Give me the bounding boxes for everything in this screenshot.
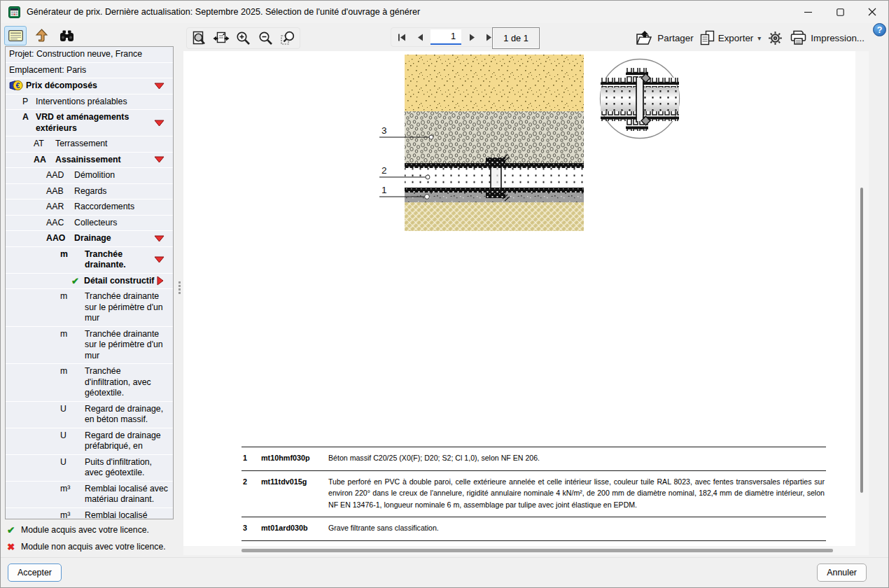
decomposed-price-icon: € (9, 80, 23, 91)
accept-button[interactable]: Accepter (8, 564, 62, 582)
minimize-button[interactable] (792, 1, 824, 23)
license-legend: ✔ Module acquis avec votre licence. ✖ Mo… (7, 522, 166, 555)
tree-item-code: U (60, 430, 85, 442)
tree-item-puits-infiltration[interactable]: U Puits d'infiltration, avec géotextile. (6, 455, 173, 482)
maximize-button[interactable] (824, 1, 856, 23)
tree-item-assainissement[interactable]: AA Assainissement (6, 153, 173, 169)
pipe-joint-detail-circle (595, 57, 686, 142)
expand-arrow-icon[interactable] (154, 256, 164, 263)
tree-item-label: Détail constructif (84, 276, 154, 287)
previous-page-button[interactable] (412, 29, 428, 46)
print-button[interactable]: Impression... (790, 30, 864, 46)
left-toolbar (4, 26, 77, 46)
legend-not-acquired: ✖ Module non acquis avec votre licence. (7, 538, 166, 555)
work-unit-tree: Projet: Construction neuve, France Empla… (5, 46, 174, 519)
tree-item-raccordements[interactable]: AAR Raccordements (6, 200, 173, 216)
tree-item-remblai-1[interactable]: m³ Remblai localisé avec matériau draina… (6, 482, 173, 508)
first-page-button[interactable] (394, 29, 410, 46)
fit-width-button[interactable] (211, 29, 230, 48)
zoom-page-icon (191, 31, 206, 46)
print-label: Impression... (811, 33, 864, 43)
tree-item-vrd-amenagements[interactable]: A VRD et aménagements extérieurs (6, 110, 173, 136)
tree-item-code: A (22, 112, 36, 123)
legend-acquired-label: Module acquis avec votre licence. (21, 525, 149, 535)
binoculars-icon (59, 30, 74, 42)
tree-item-label: Tranchée drainante sur le périmètre d'un… (85, 329, 170, 362)
tree-item-code: AAD (46, 170, 74, 181)
tree-item-terrassement[interactable]: AT Terrassement (6, 136, 173, 153)
close-button[interactable] (856, 1, 888, 23)
vertical-scrollbar-thumb[interactable] (860, 188, 863, 493)
tree-item-tranchee-drainante[interactable]: m Tranchée drainante. (6, 247, 173, 274)
page-number-input[interactable]: 1 (430, 29, 461, 45)
minimize-icon (804, 8, 812, 16)
tree-item-drainage[interactable]: AAO Drainage (6, 231, 173, 247)
fit-width-icon (213, 31, 230, 46)
legend-acquired: ✔ Module acquis avec votre licence. (7, 522, 166, 538)
expand-arrow-icon[interactable] (154, 120, 164, 127)
panel-splitter-handle[interactable] (178, 281, 181, 297)
tree-item-code: AAR (46, 202, 74, 213)
search-button[interactable] (56, 27, 77, 45)
tree-item-regard-beton[interactable]: U Regard de drainage, en béton massif. (6, 402, 173, 428)
help-button[interactable]: ? (873, 23, 886, 36)
tree-view-button[interactable] (4, 26, 27, 46)
legend-not-acquired-label: Module non acquis avec votre licence. (21, 542, 166, 552)
tree-item-projet[interactable]: Projet: Construction neuve, France (6, 47, 173, 63)
expand-arrow-icon[interactable] (154, 235, 164, 242)
material-code: mt11tdv015g (261, 476, 328, 510)
tree-item-label: Projet: Construction neuve, France (9, 49, 170, 60)
tree-item-label: Remblai localisé (85, 510, 170, 520)
horizontal-scrollbar[interactable] (183, 546, 869, 555)
check-icon: ✔ (7, 524, 21, 536)
next-page-icon (469, 34, 475, 41)
vertical-scrollbar[interactable] (855, 51, 869, 546)
tree-item-code: AA (34, 155, 55, 166)
next-page-button[interactable] (464, 29, 479, 46)
zoom-window-button[interactable] (279, 29, 298, 48)
tree-item-demolition[interactable]: AAD Démolition (6, 168, 173, 184)
material-description: Tube perforé en PVC à double paroi, cell… (328, 476, 826, 510)
cancel-button[interactable]: Annuler (817, 564, 867, 582)
document-page[interactable]: 3 2 1 (183, 51, 855, 546)
tree-item-prix-decomposes[interactable]: € Prix décomposés (6, 78, 173, 94)
tree-item-tranchee-mur-1[interactable]: m Tranchée drainante sur le périmètre d'… (6, 289, 173, 327)
viewer-toolbar: 1 1 de 1 Partager (181, 25, 888, 50)
zoom-in-button[interactable] (234, 29, 253, 48)
export-button[interactable]: Exporter ▾ (700, 30, 762, 46)
tree-item-label: Emplacement: Paris (9, 65, 170, 76)
open-detail-arrow-icon[interactable] (157, 276, 164, 286)
horizontal-scrollbar-thumb[interactable] (241, 549, 833, 552)
tree-item-code: m (60, 366, 85, 377)
tree-item-label: Collecteurs (74, 218, 170, 229)
callout-1-label: 1 (382, 185, 387, 195)
tree-item-label: Tranchée d'infiltration, avec géotextile… (85, 366, 170, 399)
tree-item-interventions-prealables[interactable]: P Interventions préalables (6, 94, 173, 111)
tree-item-label: Regard de drainage, en béton massif. (85, 404, 170, 426)
zoom-out-button[interactable] (256, 29, 275, 48)
share-button[interactable]: Partager (636, 30, 693, 46)
tree-item-tranchee-mur-2[interactable]: m Tranchée drainante sur le périmètre d'… (6, 327, 173, 365)
expand-arrow-icon[interactable] (154, 156, 164, 163)
tree-item-collecteurs[interactable]: AAC Collecteurs (6, 216, 173, 232)
tree-item-code: m (60, 249, 85, 260)
callout-3-label: 3 (382, 125, 387, 136)
maximize-icon (836, 8, 844, 16)
tree-item-emplacement[interactable]: Emplacement: Paris (6, 63, 173, 79)
tree-item-code: U (60, 457, 85, 468)
tree-item-detail-constructif[interactable]: ✔ Détail constructif (6, 274, 173, 290)
chevron-down-icon: ▾ (757, 34, 761, 42)
tree-item-label: Démolition (74, 170, 170, 181)
tree-item-regards[interactable]: AAB Regards (6, 184, 173, 200)
up-level-button[interactable] (31, 27, 52, 45)
first-page-icon (398, 34, 406, 41)
settings-button[interactable] (767, 30, 783, 46)
tree-item-remblai-2[interactable]: m³ Remblai localisé (6, 508, 173, 520)
tree-item-code: m (60, 291, 85, 302)
tree-item-label: Interventions préalables (36, 97, 170, 108)
gear-icon (767, 30, 783, 46)
tree-item-regard-prefabrique[interactable]: U Regard de drainage préfabriqué, en (6, 428, 173, 455)
zoom-page-button[interactable] (189, 29, 208, 48)
tree-item-tranchee-infiltration[interactable]: m Tranchée d'infiltration, avec géotexti… (6, 364, 173, 402)
expand-arrow-icon[interactable] (154, 83, 164, 90)
